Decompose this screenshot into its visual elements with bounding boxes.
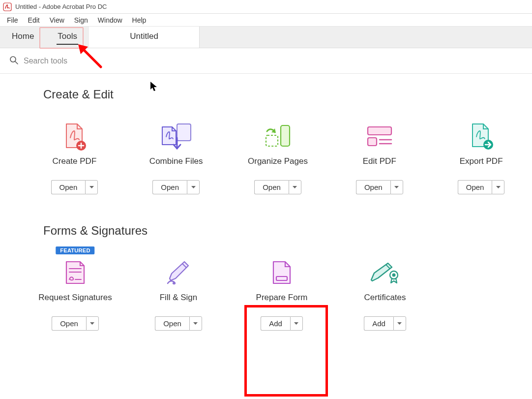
open-dropdown[interactable] [86,316,99,331]
tool-label: Fill & Sign [160,293,198,303]
menu-window[interactable]: Window [93,15,127,26]
prepare-form-icon [264,257,299,288]
tool-label: Certificates [364,293,406,303]
tool-certificates[interactable]: Certificates Add [333,257,437,331]
tool-label: Organize Pages [248,156,308,166]
caret-down-icon [191,186,196,189]
tool-fill-sign[interactable]: Fill & Sign Open [127,257,230,331]
search-input[interactable] [24,57,319,65]
caret-down-icon [496,186,501,189]
svg-rect-8 [281,125,290,146]
add-dropdown[interactable] [290,316,303,331]
action-group: Open [51,180,98,194]
open-button[interactable]: Open [254,180,289,194]
menu-view[interactable]: View [45,15,69,26]
organize-pages-icon [260,121,296,152]
svg-rect-10 [368,127,391,135]
open-button[interactable]: Open [356,180,390,194]
open-button[interactable]: Open [458,180,492,194]
caret-down-icon [294,322,298,325]
create-pdf-icon [57,121,92,152]
menu-sign[interactable]: Sign [69,15,93,26]
tool-organize-pages[interactable]: Organize Pages Open [227,121,329,194]
caret-down-icon [394,186,399,189]
svg-point-22 [392,274,396,277]
edit-pdf-icon [362,121,397,152]
tool-combine-files[interactable]: Combine Files Open [125,121,227,194]
tool-label: Export PDF [460,156,503,166]
caret-down-icon [397,322,402,325]
action-group: Open [254,180,301,194]
svg-rect-6 [177,124,191,141]
acrobat-icon [3,2,12,11]
caret-down-icon [90,322,94,325]
tool-prepare-form[interactable]: Prepare Form Add [230,257,333,331]
tool-label: Request Signatures [38,293,112,303]
fill-sign-icon [161,257,196,288]
certificates-icon [367,257,403,288]
menu-edit[interactable]: Edit [23,15,45,26]
open-dropdown[interactable] [492,180,504,194]
caret-down-icon [89,186,94,189]
tab-tools[interactable]: Tools [46,27,89,48]
action-group: Open [458,180,505,194]
tool-label: Edit PDF [363,156,396,166]
tools-content: Create & Edit Create PDF Open [0,74,532,331]
menu-help[interactable]: Help [127,15,151,26]
open-button[interactable]: Open [51,180,86,194]
open-dropdown[interactable] [289,180,301,194]
tool-label: Prepare Form [256,293,308,303]
caret-down-icon [193,322,198,325]
open-button[interactable]: Open [155,316,189,331]
tab-bar: Home Tools Untitled [0,27,532,48]
section-title-create-edit: Create & Edit [43,88,532,101]
action-group: Open [52,316,99,331]
featured-badge: FEATURED [56,246,94,254]
section-title-forms-signatures: Forms & Signatures [43,224,532,238]
tool-export-pdf[interactable]: Export PDF Open [430,121,532,194]
svg-point-1 [10,57,16,62]
export-pdf-icon [464,121,499,152]
search-icon [9,55,19,67]
open-dropdown[interactable] [187,180,200,194]
menu-file[interactable]: File [2,15,23,26]
open-button[interactable]: Open [152,180,187,194]
action-group: Add [261,316,303,331]
title-bar: Untitled - Adobe Acrobat Pro DC [0,0,532,14]
tool-request-signatures[interactable]: FEATURED Request Signatures Open [24,257,127,331]
menu-bar: File Edit View Sign Window Help [0,14,532,27]
tool-label: Combine Files [149,156,203,166]
tool-edit-pdf[interactable]: Edit PDF Open [328,121,430,194]
add-button[interactable]: Add [364,316,393,331]
open-dropdown[interactable] [189,316,202,331]
request-signatures-icon [58,257,93,288]
action-group: Open [356,180,403,194]
add-button[interactable]: Add [261,316,290,331]
open-button[interactable]: Open [52,316,86,331]
action-group: Open [152,180,200,194]
action-group: Add [364,316,406,331]
search-bar [0,48,532,74]
svg-rect-9 [266,135,278,146]
open-dropdown[interactable] [85,180,98,194]
window-title: Untitled - Adobe Acrobat Pro DC [15,3,107,10]
tool-label: Create PDF [53,156,97,166]
tab-document[interactable]: Untitled [89,27,200,48]
add-dropdown[interactable] [393,316,406,331]
svg-rect-11 [368,138,377,146]
action-group: Open [155,316,202,331]
caret-down-icon [293,186,297,189]
tab-home[interactable]: Home [0,27,46,48]
svg-line-2 [15,61,18,64]
tools-row-forms-signatures: FEATURED Request Signatures Open [0,257,532,331]
combine-files-icon [158,121,194,152]
tools-row-create-edit: Create PDF Open Combine Files [0,121,532,194]
open-dropdown[interactable] [390,180,403,194]
tool-create-pdf[interactable]: Create PDF Open [24,121,125,194]
